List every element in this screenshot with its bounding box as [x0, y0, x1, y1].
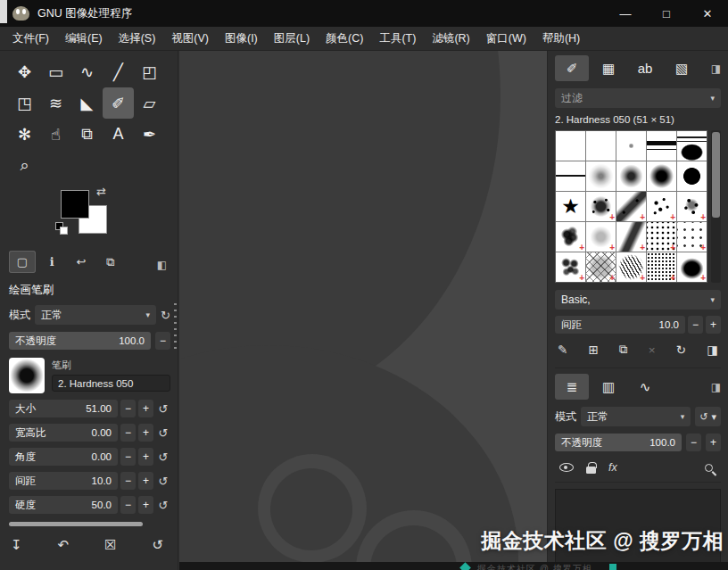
brush-item[interactable] [556, 131, 585, 161]
layer-opacity-slider[interactable]: 不透明度 100.0 [555, 434, 682, 451]
brush-item[interactable] [586, 161, 616, 191]
brush-item[interactable] [647, 192, 676, 221]
decrement-button[interactable]: − [120, 400, 136, 417]
menu-item[interactable]: 编辑(E) [57, 28, 111, 50]
foreground-color-swatch[interactable] [61, 190, 89, 219]
minimize-button[interactable]: — [605, 0, 646, 27]
brush-item[interactable] [677, 252, 707, 282]
free-select-tool[interactable]: ∿ [71, 56, 103, 87]
paintbrush-tool[interactable]: ✐ [103, 87, 134, 119]
edit-brush-button[interactable]: ✎ [558, 343, 567, 357]
brush-item[interactable] [647, 252, 676, 282]
menu-item[interactable]: 图像(I) [217, 28, 266, 50]
brush-item[interactable] [586, 131, 616, 161]
canvas-area[interactable] [179, 51, 547, 570]
brush-item[interactable] [647, 222, 676, 252]
option-slider[interactable]: 间距 10.0 [9, 472, 118, 490]
reset-option-button[interactable]: ↺ [156, 402, 170, 416]
brush-item[interactable] [647, 161, 676, 191]
vertical-scrollbar[interactable] [711, 130, 721, 283]
increment-button[interactable]: + [138, 424, 153, 442]
brush-item[interactable] [556, 252, 585, 282]
open-brush-button[interactable]: ◨ [707, 343, 718, 357]
brush-item[interactable] [556, 222, 585, 252]
smudge-tool[interactable]: ☝ [40, 119, 71, 150]
brush-name-field[interactable]: 2. Hardness 050 [52, 375, 170, 392]
tab-brushes[interactable]: ✐ [555, 55, 589, 81]
tab-gradients[interactable]: ▧ [665, 55, 699, 81]
reset-tool-button[interactable]: ↺ [152, 537, 163, 553]
option-slider[interactable]: 角度 0.00 [9, 448, 118, 466]
swap-colors-icon[interactable]: ⇄ [96, 185, 106, 198]
tab-images[interactable]: ⧉ [97, 251, 124, 273]
tab-channels[interactable]: ▥ [592, 374, 625, 400]
delete-brush-button[interactable]: × [649, 343, 656, 357]
dock-menu-button[interactable]: ◨ [711, 381, 721, 393]
brush-spacing-slider[interactable]: 间距 10.0 [555, 316, 685, 334]
delete-preset-button[interactable]: ☒ [104, 537, 116, 553]
brush-item[interactable] [586, 222, 616, 252]
brush-item[interactable]: ★ [556, 192, 585, 221]
spacing-increment-button[interactable]: + [706, 316, 721, 334]
brush-item[interactable] [677, 192, 707, 221]
brush-item[interactable] [616, 161, 646, 191]
measure-tool[interactable]: ╱ [103, 56, 134, 87]
opacity-decrement-button[interactable]: − [155, 332, 170, 350]
decrement-button[interactable]: − [120, 496, 136, 514]
menu-item[interactable]: 图层(L) [266, 28, 318, 50]
mode-select[interactable]: 正常 ▾ [35, 305, 156, 325]
increment-button[interactable]: + [138, 472, 153, 490]
reset-option-button[interactable]: ↺ [156, 426, 170, 440]
brush-item[interactable] [647, 131, 676, 161]
maximize-button[interactable]: □ [646, 0, 687, 27]
increment-button[interactable]: + [138, 496, 153, 514]
menu-item[interactable]: 选择(S) [111, 28, 164, 50]
airbrush-tool[interactable]: ✻ [9, 119, 40, 150]
menu-item[interactable]: 帮助(H) [534, 28, 588, 50]
tab-fonts[interactable]: ab [628, 55, 662, 81]
layer-opacity-decrement-button[interactable]: − [686, 434, 701, 451]
move-tool[interactable]: ✥ [9, 56, 40, 87]
spacing-decrement-button[interactable]: − [688, 316, 703, 334]
option-slider[interactable]: 大小 51.00 [9, 400, 118, 417]
increment-button[interactable]: + [138, 400, 153, 417]
opacity-slider[interactable]: 不透明度 100.0 [9, 332, 151, 350]
option-slider[interactable]: 硬度 50.0 [9, 496, 118, 514]
clone-tool[interactable]: ⧉ [71, 119, 103, 150]
transform-tool[interactable]: ◳ [9, 87, 40, 119]
tab-patterns[interactable]: ▦ [592, 55, 625, 81]
tab-layers[interactable]: ≣ [555, 374, 589, 400]
brush-item[interactable] [556, 161, 585, 191]
scrollbar-thumb[interactable] [9, 522, 143, 526]
brush-item[interactable] [616, 252, 646, 282]
visibility-eye-icon[interactable] [559, 463, 574, 472]
menu-item[interactable]: 滤镜(R) [424, 28, 477, 50]
brush-item[interactable] [677, 222, 707, 252]
decrement-button[interactable]: − [120, 448, 136, 466]
brush-preview[interactable] [9, 358, 45, 393]
brush-filter-input[interactable]: 过滤 ▾ [555, 88, 721, 108]
dock-menu-button[interactable]: ◨ [711, 62, 721, 75]
layer-mode-reset-button[interactable]: ↺ ▾ [695, 407, 721, 426]
menu-item[interactable]: 窗口(W) [478, 28, 534, 50]
brush-item[interactable] [586, 192, 616, 221]
mode-reset-button[interactable]: ↻ [161, 309, 170, 322]
tab-tool-options[interactable]: ▢ [9, 251, 36, 273]
default-colors-icon[interactable] [55, 222, 71, 238]
bucket-fill-tool[interactable]: ◣ [71, 87, 103, 119]
duplicate-brush-button[interactable]: ⧉ [619, 343, 628, 357]
tab-undo-history[interactable]: ↩ [68, 251, 95, 273]
lock-icon[interactable] [586, 467, 596, 474]
menu-item[interactable]: 工具(T) [371, 28, 424, 50]
crop-tool[interactable]: ◰ [134, 56, 165, 87]
reset-option-button[interactable]: ↺ [156, 450, 170, 464]
rectangle-select-tool[interactable]: ▭ [40, 56, 71, 87]
decrement-button[interactable]: − [120, 424, 136, 442]
eraser-tool[interactable]: ▱ [134, 87, 165, 119]
layer-effects-button[interactable]: fx [608, 461, 617, 474]
tab-device-status[interactable]: ℹ [38, 251, 65, 273]
brush-item[interactable] [616, 131, 646, 161]
close-button[interactable]: ✕ [687, 0, 728, 27]
brush-item[interactable] [677, 161, 707, 191]
brush-tag-select[interactable]: Basic, ▾ [555, 290, 721, 310]
